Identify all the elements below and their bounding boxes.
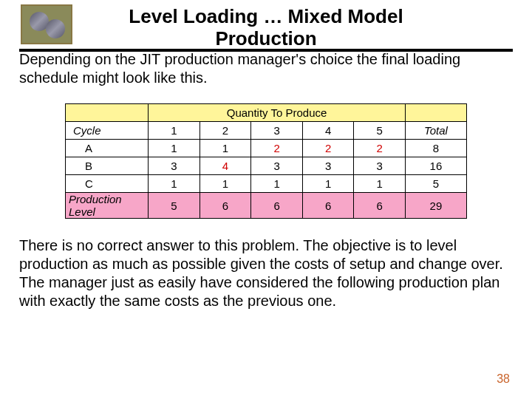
- col-header: 1: [149, 122, 200, 140]
- summary-cell: 5: [149, 193, 200, 219]
- summary-total: 29: [405, 193, 466, 219]
- col-header: 3: [251, 122, 303, 140]
- row-total: 16: [405, 157, 466, 175]
- summary-cell: 6: [354, 193, 406, 219]
- cell: 3: [251, 157, 303, 175]
- row-name: C: [66, 175, 149, 193]
- cell-highlight: 4: [200, 157, 251, 175]
- title-line1: Level Loading … Mixed Model: [129, 5, 403, 27]
- cell-highlight: 2: [251, 140, 303, 157]
- production-table: Quantity To Produce Cycle 1 2 3 4 5 Tota…: [65, 103, 467, 219]
- total-header: Total: [405, 122, 466, 140]
- cell: 3: [302, 157, 354, 175]
- slide-title: Level Loading … Mixed Model Production: [0, 6, 532, 50]
- cell: 3: [149, 157, 200, 175]
- intro-paragraph: Depending on the JIT production manager'…: [19, 50, 513, 87]
- col-header: 4: [302, 122, 354, 140]
- table-corner-blank-right: [405, 104, 466, 122]
- row-total: 5: [405, 175, 466, 193]
- row-total: 8: [405, 140, 466, 157]
- cell: 1: [200, 175, 251, 193]
- cell-highlight: 2: [302, 140, 354, 157]
- col-header: 2: [200, 122, 251, 140]
- summary-cell: 6: [200, 193, 251, 219]
- row-name: A: [66, 140, 149, 157]
- cell: 1: [354, 175, 406, 193]
- page-number: 38: [497, 372, 510, 386]
- cell: 1: [149, 175, 200, 193]
- closing-paragraph: There is no correct answer to this probl…: [19, 236, 513, 310]
- table-corner-blank: [66, 104, 149, 122]
- title-line2: Production: [0, 28, 532, 50]
- cell: 3: [354, 157, 406, 175]
- row-name: B: [66, 157, 149, 175]
- summary-cell: 6: [251, 193, 303, 219]
- cell: 1: [149, 140, 200, 157]
- cell: 1: [200, 140, 251, 157]
- summary-cell: 6: [302, 193, 354, 219]
- cell-highlight: 2: [354, 140, 406, 157]
- summary-row-name: Production Level: [66, 193, 149, 219]
- col-header: 5: [354, 122, 406, 140]
- cell: 1: [302, 175, 354, 193]
- table-title: Quantity To Produce: [149, 104, 406, 122]
- row-header-label: Cycle: [66, 122, 149, 140]
- cell: 1: [251, 175, 303, 193]
